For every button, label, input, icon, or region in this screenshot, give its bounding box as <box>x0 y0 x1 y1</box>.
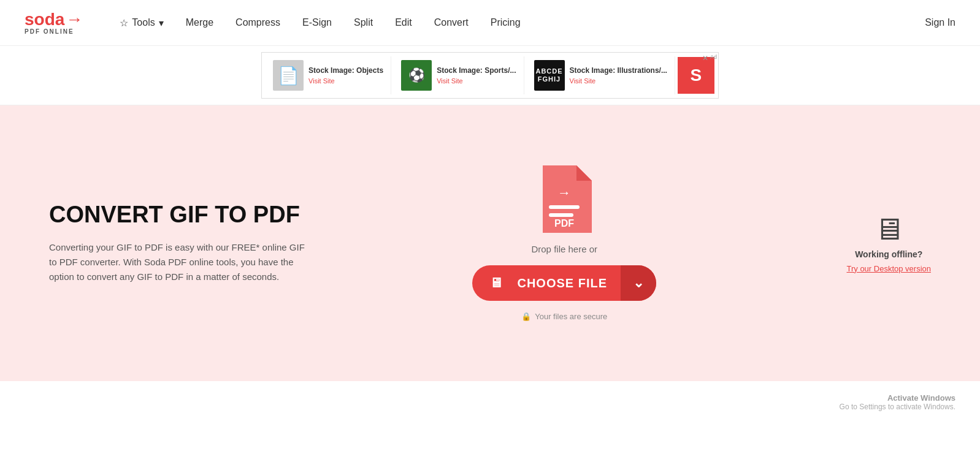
secure-text: 🔒 Your files are secure <box>521 312 607 321</box>
desktop-monitor-icon: 🖥 <box>873 214 904 244</box>
ad-badge: Ad <box>710 54 717 60</box>
logo-sub: PDF ONLINE <box>25 28 83 35</box>
bottom-bar: Activate Windows Go to Settings to activ… <box>0 381 980 423</box>
nav-item-esign[interactable]: E-Sign <box>302 17 332 28</box>
ad-label-objects: Stock Image: Objects <box>308 66 383 75</box>
shop-icon: S <box>691 66 702 85</box>
monitor-icon: 🖥 <box>489 275 503 291</box>
sign-in-button[interactable]: Sign In <box>925 17 955 28</box>
ad-visit-objects[interactable]: Visit Site <box>308 77 383 85</box>
ad-label-illus: Stock Image: Illustrations/... <box>570 66 667 75</box>
nav-item-convert[interactable]: Convert <box>434 17 469 28</box>
ad-visit-illus[interactable]: Visit Site <box>570 77 667 85</box>
sports-icon: ⚽ <box>408 67 425 83</box>
nav-item-pricing[interactable]: Pricing <box>491 17 521 28</box>
desktop-version-link[interactable]: Try our Desktop version <box>846 264 931 273</box>
ad-shop-button[interactable]: S <box>678 57 714 94</box>
choose-file-dropdown[interactable]: ⌄ <box>621 265 656 301</box>
secure-label: Your files are secure <box>535 312 607 321</box>
ad-text-sports: Stock Image: Sports/... Visit Site <box>437 66 516 85</box>
ad-inner: Ad ✕ 📄 Stock Image: Objects Visit Site ⚽… <box>261 52 719 99</box>
ad-thumb-sports: ⚽ <box>401 60 432 91</box>
hero-description: Converting your GIF to PDF is easy with … <box>49 240 307 284</box>
nav-links: ☆ Tools ▾ Merge Compress E-Sign Split Ed… <box>120 17 925 29</box>
logo[interactable]: soda→ PDF ONLINE <box>25 11 83 35</box>
drop-text: Drop file here or <box>531 244 597 254</box>
nav-item-edit[interactable]: Edit <box>395 17 412 28</box>
nav-tools-dropdown[interactable]: ☆ Tools ▾ <box>120 17 163 29</box>
svg-rect-1 <box>549 205 580 209</box>
pdf-svg-icon: → PDF <box>537 165 592 233</box>
svg-text:→: → <box>557 185 571 200</box>
ad-thumb-objects: 📄 <box>273 60 304 91</box>
offline-title: Working offline? <box>855 249 922 259</box>
nav-right: Sign In <box>925 17 955 28</box>
ad-close-button[interactable]: ✕ <box>702 54 708 62</box>
pdf-icon: 📄 <box>278 66 299 86</box>
chevron-down-icon: ▾ <box>159 17 164 29</box>
ad-item-illus[interactable]: ABCDEFGHIJ Stock Image: Illustrations/..… <box>527 56 675 94</box>
svg-text:PDF: PDF <box>554 218 574 229</box>
tools-star-icon: ☆ <box>120 17 128 29</box>
logo-soda-text: soda <box>25 11 64 28</box>
ad-thumb-illus: ABCDEFGHIJ <box>534 60 565 91</box>
lock-icon: 🔒 <box>521 312 531 321</box>
hero-center: → PDF Drop file here or 🖥 CHOOSE FILE ⌄ … <box>307 165 822 321</box>
ad-item-sports[interactable]: ⚽ Stock Image: Sports/... Visit Site <box>394 56 524 94</box>
hero-right: 🖥 Working offline? Try our Desktop versi… <box>846 214 931 273</box>
activate-sub: Go to Settings to activate Windows. <box>840 403 955 411</box>
nav-item-merge[interactable]: Merge <box>186 17 213 28</box>
choose-file-button[interactable]: 🖥 CHOOSE FILE ⌄ <box>472 265 656 301</box>
ad-banner: Ad ✕ 📄 Stock Image: Objects Visit Site ⚽… <box>0 46 980 105</box>
chevron-down-icon: ⌄ <box>633 275 645 291</box>
navbar: soda→ PDF ONLINE ☆ Tools ▾ Merge Compres… <box>0 0 980 46</box>
hero-section: CONVERT GIF TO PDF Converting your GIF t… <box>0 105 980 381</box>
choose-file-label: CHOOSE FILE <box>513 276 611 290</box>
pdf-file-icon: → PDF <box>537 165 592 233</box>
ad-item-objects[interactable]: 📄 Stock Image: Objects Visit Site <box>266 56 391 94</box>
nav-item-split[interactable]: Split <box>354 17 373 28</box>
svg-rect-2 <box>549 213 573 217</box>
ad-text-illus: Stock Image: Illustrations/... Visit Sit… <box>570 66 667 85</box>
nav-item-compress[interactable]: Compress <box>235 17 280 28</box>
logo-arrow-icon: → <box>66 11 83 28</box>
activate-windows-message: Activate Windows Go to Settings to activ… <box>840 393 955 411</box>
activate-title: Activate Windows <box>840 393 955 403</box>
ad-text-objects: Stock Image: Objects Visit Site <box>308 66 383 85</box>
ad-label-sports: Stock Image: Sports/... <box>437 66 516 75</box>
hero-left: CONVERT GIF TO PDF Converting your GIF t… <box>49 202 307 284</box>
ad-visit-sports[interactable]: Visit Site <box>437 77 516 85</box>
hero-title: CONVERT GIF TO PDF <box>49 202 307 228</box>
illus-icon: ABCDEFGHIJ <box>535 67 562 83</box>
nav-tools-label: Tools <box>132 17 155 28</box>
